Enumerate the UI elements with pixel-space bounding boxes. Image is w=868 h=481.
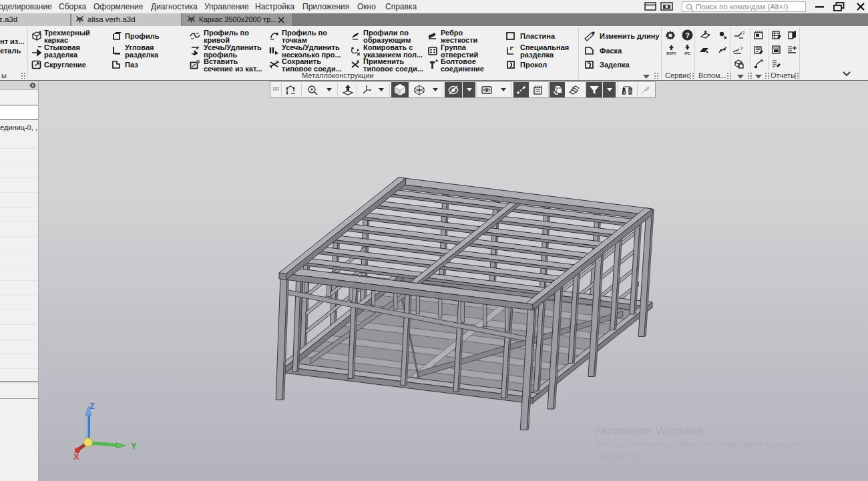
svg-text:X: X — [73, 452, 79, 462]
svg-text:Y: Y — [131, 441, 137, 451]
svg-text:DSTV: DSTV — [666, 51, 676, 55]
svg-text:Z: Z — [89, 401, 95, 411]
svg-text:?: ? — [685, 31, 690, 39]
svg-text:?: ? — [740, 45, 743, 51]
svg-text:?: ? — [742, 30, 744, 36]
svg-text:IFC: IFC — [684, 51, 690, 55]
